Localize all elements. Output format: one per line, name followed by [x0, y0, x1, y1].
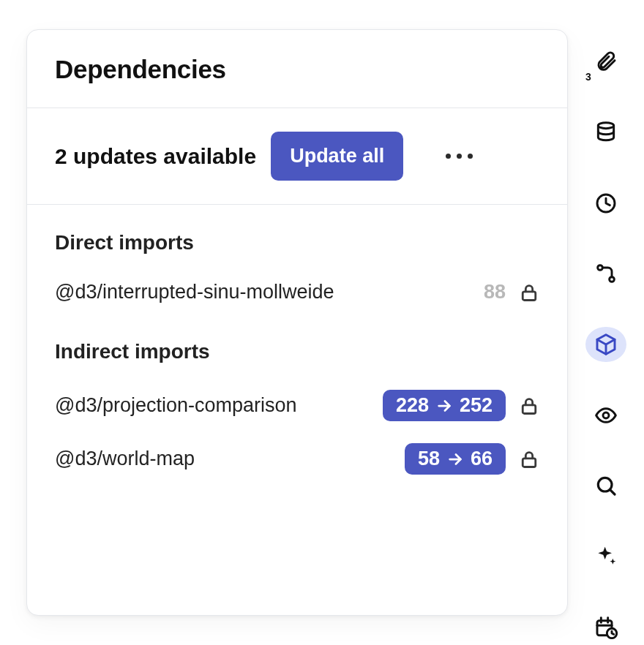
svg-line-11 [610, 490, 615, 495]
rail-dependencies[interactable] [585, 327, 626, 363]
ellipsis-icon [446, 154, 451, 159]
lock-icon [519, 396, 539, 416]
svg-point-5 [598, 123, 613, 129]
branch-icon [594, 262, 618, 285]
dependency-name: @d3/world-map [55, 448, 392, 470]
svg-rect-2 [523, 404, 536, 413]
direct-imports-heading: Direct imports [55, 231, 539, 254]
rail-database[interactable] [585, 115, 626, 151]
version-update-badge[interactable]: 228 252 [383, 390, 506, 421]
rail-branch[interactable] [585, 256, 626, 292]
dependencies-panel: Dependencies 2 updates available Update … [26, 29, 568, 616]
indirect-imports-heading: Indirect imports [55, 340, 539, 363]
sparkles-icon [594, 545, 618, 568]
calendar-clock-icon [594, 616, 618, 639]
dependency-row[interactable]: @d3/interrupted-sinu-mollweide 88 [55, 274, 539, 311]
lock-icon [519, 282, 539, 303]
rail-schedule[interactable] [585, 609, 626, 645]
clock-icon [594, 192, 618, 215]
panel-header: Dependencies [27, 30, 567, 108]
updates-available-text: 2 updates available [55, 144, 256, 169]
rail-time[interactable] [585, 185, 626, 221]
rail-search[interactable] [585, 468, 626, 504]
svg-rect-0 [523, 291, 536, 300]
package-icon [594, 333, 618, 356]
rail-files[interactable]: 3 [585, 44, 626, 80]
dependency-row[interactable]: @d3/world-map 58 66 [55, 436, 539, 482]
paperclip-icon [594, 50, 618, 73]
more-menu-button[interactable] [425, 145, 479, 167]
eye-icon [594, 404, 618, 427]
panel-title: Dependencies [55, 55, 539, 84]
update-all-button[interactable]: Update all [271, 132, 403, 181]
arrow-right-icon [436, 398, 452, 414]
updates-bar: 2 updates available Update all [27, 108, 567, 205]
search-icon [594, 474, 618, 497]
arrow-right-icon [447, 451, 463, 467]
rail-ai[interactable] [585, 539, 626, 575]
svg-point-9 [603, 412, 609, 418]
indirect-imports-section: Indirect imports @d3/projection-comparis… [27, 318, 567, 482]
svg-rect-4 [523, 458, 536, 467]
dependency-row[interactable]: @d3/projection-comparison 228 252 [55, 382, 539, 429]
right-rail: 3 [568, 0, 644, 645]
lock-icon [519, 449, 539, 469]
version-update-badge[interactable]: 58 66 [405, 443, 506, 475]
rail-visibility[interactable] [585, 397, 626, 433]
direct-imports-section: Direct imports @d3/interrupted-sinu-moll… [27, 205, 567, 311]
database-icon [594, 121, 618, 144]
dependency-version: 88 [484, 281, 506, 303]
dependency-name: @d3/projection-comparison [55, 394, 370, 417]
dependency-name: @d3/interrupted-sinu-mollweide [55, 281, 471, 303]
files-badge: 3 [584, 71, 593, 83]
